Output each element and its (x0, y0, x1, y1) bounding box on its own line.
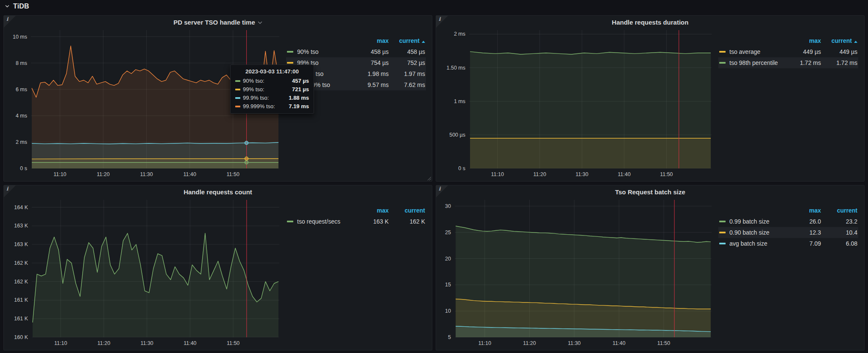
panel-title[interactable]: Tso Request batch size (436, 185, 864, 198)
chart-plot[interactable] (469, 30, 712, 168)
tooltip-timestamp: 2023-03-03 11:47:00 (235, 68, 309, 75)
legend-row: tso average449 µs449 µs (718, 46, 858, 57)
chart-svg (469, 30, 712, 168)
series-color-dash[interactable] (719, 62, 726, 64)
legend-max-value: 449 µs (785, 46, 822, 57)
series-color-dash[interactable] (719, 243, 726, 244)
legend: maxcurrent0.99 batch size26.023.20.90 ba… (712, 200, 860, 347)
series-color-dash[interactable] (287, 62, 293, 64)
legend-series-name[interactable]: tso request/secs (297, 218, 340, 225)
x-tick-label: 11:50 (660, 171, 673, 177)
legend-sort-max[interactable]: max (353, 35, 389, 46)
legend-row: 90% tso458 µs458 µs (286, 46, 426, 57)
legend-table: maxcurrenttso request/secs163 K162 K (286, 205, 426, 227)
chart-plot[interactable] (32, 200, 279, 337)
legend-series-name[interactable]: 90% tso (297, 48, 319, 55)
panel-pd-server-tso-handle-time: i PD server TSO handle time 10 ms8 ms6 m… (3, 15, 432, 182)
series-color-dash (235, 80, 240, 82)
x-tick-label: 11:30 (576, 171, 588, 177)
legend-current-value: 1.97 ms (389, 68, 426, 79)
y-tick-label: 163 K (14, 223, 28, 229)
series-color-dash[interactable] (719, 232, 726, 233)
y-tick-label: 2 ms (16, 139, 27, 145)
x-tick-label: 11:30 (568, 340, 581, 346)
legend-series-name[interactable]: tso average (729, 48, 760, 55)
legend-table: maxcurrent0.99 batch size26.023.20.90 ba… (718, 205, 858, 249)
legend-series-name[interactable]: tso 98th percentile (729, 59, 778, 66)
legend-sort-max[interactable]: max (353, 205, 389, 216)
legend-max-value: 26.0 (785, 216, 822, 227)
legend-sort-max[interactable]: max (785, 205, 822, 216)
y-tick-label: 4 ms (16, 113, 27, 119)
series-color-dash[interactable] (719, 51, 726, 53)
legend-sort-current[interactable]: current (389, 35, 426, 46)
panel-title[interactable]: Handle requests duration (436, 16, 864, 28)
panel-menu-caret-icon[interactable] (258, 21, 262, 24)
chart-plot[interactable] (455, 200, 712, 337)
legend-sort-current[interactable]: current (822, 205, 858, 216)
series-color-dash[interactable] (287, 221, 293, 222)
legend-series-name[interactable]: 0.90 batch size (729, 229, 769, 236)
legend-sort-current[interactable]: current (822, 35, 858, 46)
x-axis: 11:1011:2011:3011:4011:50 (7, 337, 279, 347)
legend: maxcurrenttso average449 µs449 µstso 98t… (712, 30, 860, 179)
sort-ascending-icon (422, 41, 425, 43)
chart-svg (455, 200, 712, 337)
row-title[interactable]: TiDB (13, 3, 29, 10)
x-tick-label: 11:40 (612, 340, 625, 346)
y-tick-label: 164 K (14, 205, 28, 210)
legend-current-value: 10.4 (822, 227, 858, 238)
y-tick-label: 30 (445, 203, 451, 209)
x-tick-label: 11:40 (618, 171, 631, 177)
x-tick-label: 11:40 (183, 171, 196, 177)
x-tick-label: 11:20 (97, 171, 109, 177)
legend-table: maxcurrenttso average449 µs449 µstso 98t… (718, 35, 858, 68)
legend-series-name[interactable]: avg batch size (729, 240, 768, 247)
legend-row: tso 98th percentile1.72 ms1.72 ms (718, 57, 858, 68)
legend-max-value: 9.57 ms (353, 79, 389, 90)
tooltip-row: 99% tso: 721 µs (235, 86, 309, 92)
x-tick-label: 11:30 (140, 340, 153, 346)
y-tick-label: 162 K (14, 279, 28, 285)
y-tick-label: 25 (445, 230, 451, 235)
tooltip-row: 99.999% tso: 7.19 ms (235, 103, 309, 109)
panel-title[interactable]: PD server TSO handle time (4, 16, 432, 28)
sort-ascending-icon (854, 41, 857, 43)
x-tick-label: 11:40 (184, 340, 196, 346)
y-axis: 164 K163 K163 K162 K162 K161 K161 K160 K (7, 200, 32, 337)
x-tick-label: 11:20 (523, 340, 536, 346)
row-collapse-chevron-icon[interactable] (4, 3, 10, 9)
series-color-dash (235, 97, 240, 99)
dashboard-row-header[interactable]: TiDB (0, 0, 868, 13)
y-tick-label: 500 µs (449, 132, 465, 138)
legend-max-value: 12.3 (785, 227, 822, 238)
series-color-dash[interactable] (287, 51, 293, 53)
x-tick-label: 11:50 (657, 340, 670, 346)
legend-current-value: 6.08 (822, 238, 858, 249)
x-tick-label: 11:20 (533, 171, 546, 177)
legend-row: 0.99 batch size26.023.2 (718, 216, 858, 227)
legend-series-name[interactable]: 0.99 batch size (729, 218, 769, 225)
legend-max-value: 163 K (353, 216, 389, 227)
legend-current-value: 752 µs (389, 57, 426, 68)
panel-handle-requests-count: i Handle requests count 164 K163 K163 K1… (3, 185, 432, 350)
legend-max-value: 458 µs (353, 46, 389, 57)
legend-sort-max[interactable]: max (785, 35, 822, 46)
x-tick-label: 11:30 (140, 171, 153, 177)
y-tick-label: 162 K (14, 260, 28, 266)
legend: maxcurrenttso request/secs163 K162 K (279, 200, 428, 347)
x-axis: 11:1011:2011:3011:4011:50 (440, 337, 712, 347)
y-tick-label: 15 (445, 282, 451, 288)
panel-title[interactable]: Handle requests count (4, 185, 432, 198)
panel-tso-request-batch-size: i Tso Request batch size 30252015105 11:… (436, 185, 865, 350)
x-tick-label: 11:10 (53, 171, 66, 177)
x-tick-label: 11:20 (97, 340, 110, 346)
legend-sort-current[interactable]: current (389, 205, 426, 216)
legend-current-value: 1.72 ms (822, 57, 858, 68)
series-color-dash[interactable] (719, 221, 726, 222)
series-color-dash (235, 106, 240, 107)
panel-handle-requests-duration: i Handle requests duration 2 ms1.50 ms1 … (436, 15, 865, 182)
legend-max-value: 7.09 (785, 238, 822, 249)
y-tick-label: 161 K (14, 297, 28, 303)
panel-resize-handle[interactable] (427, 176, 431, 180)
